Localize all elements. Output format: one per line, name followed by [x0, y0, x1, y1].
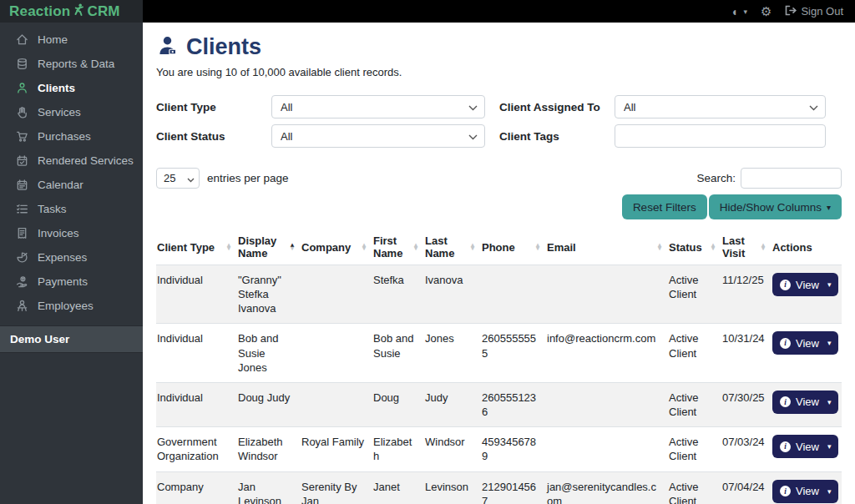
view-button[interactable]: iView▾ — [772, 435, 838, 458]
cell-last-name: Judy — [424, 382, 481, 426]
column-label: Actions — [772, 241, 812, 254]
sidebar-item-purchases[interactable]: Purchases — [0, 124, 143, 149]
sidebar-item-employees[interactable]: Employees — [0, 294, 143, 318]
sidebar-item-home[interactable]: Home — [0, 28, 143, 52]
app-logo[interactable]: Reaction CRM — [0, 0, 143, 23]
sidebar-item-label: Expenses — [38, 251, 87, 264]
table-row: Government OrganizationElizabeth Windsor… — [156, 427, 842, 471]
cell-client-type: Government Organization — [156, 427, 237, 471]
cell-last-visit: 11/12/25 — [721, 265, 772, 324]
sidebar-item-calendar[interactable]: Calendar — [0, 173, 143, 197]
column-label: Last Name — [425, 234, 468, 260]
cell-client-type: Individual — [156, 324, 237, 382]
cell-actions: iView▾ — [772, 324, 842, 382]
sort-arrows-icon[interactable]: ▴▾ — [471, 244, 474, 250]
list-controls: 25 entries per page Search: — [156, 168, 842, 189]
column-header-last-name[interactable]: Last Name▴▾ — [424, 229, 481, 265]
cell-status: Active Client — [668, 471, 721, 504]
client-status-select[interactable]: All — [271, 124, 485, 148]
view-button-label: View — [796, 279, 819, 291]
client-type-select[interactable]: All — [271, 95, 485, 118]
sidebar-nav: HomeReports & DataClientsServicesPurchas… — [0, 28, 143, 318]
sign-out-icon — [785, 5, 797, 18]
expenses-icon — [15, 251, 28, 264]
sidebar-item-invoices[interactable]: Invoices — [0, 221, 143, 245]
rendered-services-icon — [15, 154, 28, 167]
cell-display-name: Bob and Susie Jones — [237, 324, 301, 382]
reset-filters-button[interactable]: Reset Filters — [622, 194, 707, 219]
column-header-email[interactable]: Email▴▾ — [546, 229, 668, 265]
column-header-client-type[interactable]: Client Type▴▾ — [156, 229, 237, 265]
cell-email — [546, 427, 668, 471]
sort-arrows-icon[interactable]: ▴▾ — [291, 244, 294, 250]
cell-actions: iView▾ — [772, 471, 842, 504]
sidebar-item-reports-data[interactable]: Reports & Data — [0, 52, 143, 76]
cell-status: Active Client — [668, 265, 721, 324]
hide-show-columns-button[interactable]: Hide/Show Columns ▾ — [709, 194, 842, 219]
sort-arrows-icon[interactable]: ▴▾ — [658, 244, 661, 250]
runner-icon — [71, 3, 86, 20]
view-button[interactable]: iView▾ — [772, 273, 838, 296]
cell-last-name: Ivanova — [424, 265, 481, 324]
sort-arrows-icon[interactable]: ▴▾ — [711, 244, 715, 250]
view-dropdown-caret-icon[interactable]: ▾ — [827, 442, 832, 451]
client-status-control-wrap: All — [271, 124, 485, 148]
cell-company: Serenity By Jan — [301, 471, 372, 504]
view-button[interactable]: iView▾ — [772, 480, 838, 503]
column-header-last-visit[interactable]: Last Visit▴▾ — [721, 229, 772, 265]
table-row: Individual"Granny" Stefka IvanovaStefkaI… — [156, 265, 842, 324]
calendar-icon — [15, 179, 28, 191]
page-size-select[interactable]: 25 — [156, 168, 200, 189]
sidebar-item-label: Invoices — [38, 227, 79, 239]
sidebar-item-tasks[interactable]: Tasks — [0, 197, 143, 221]
client-tags-label: Client Tags — [499, 130, 615, 143]
cell-phone: 2129014567 — [481, 471, 546, 504]
view-button[interactable]: iView▾ — [772, 331, 838, 355]
column-header-status[interactable]: Status▴▾ — [668, 229, 721, 265]
sort-arrows-icon[interactable]: ▴▾ — [414, 244, 417, 250]
cell-first-name: Stefka — [372, 265, 424, 324]
cell-company — [301, 382, 372, 426]
payments-icon — [15, 275, 28, 288]
topbar-controls: ◐ ▾ ⚙ Sign Out — [732, 5, 855, 18]
client-assigned-to-select[interactable]: All — [615, 95, 826, 118]
view-dropdown-caret-icon[interactable]: ▾ — [827, 398, 832, 406]
sort-arrows-icon[interactable]: ▴▾ — [761, 244, 765, 250]
sidebar-item-payments[interactable]: Payments — [0, 270, 143, 294]
sidebar-item-services[interactable]: Services — [0, 100, 143, 124]
table-buttons-row: Reset Filters Hide/Show Columns ▾ — [156, 194, 842, 219]
sort-arrows-icon[interactable]: ▴▾ — [362, 244, 366, 250]
column-header-company[interactable]: Company▴▾ — [301, 229, 372, 265]
cell-client-type: Individual — [156, 382, 237, 426]
client-tags-input[interactable] — [615, 124, 826, 148]
sign-out-button[interactable]: Sign Out — [785, 5, 843, 18]
view-dropdown-caret-icon[interactable]: ▾ — [827, 339, 832, 347]
view-dropdown-caret-icon[interactable]: ▾ — [827, 487, 832, 496]
info-icon: i — [780, 338, 791, 349]
sidebar-item-expenses[interactable]: Expenses — [0, 245, 143, 270]
sidebar-user-label[interactable]: Demo User — [0, 325, 143, 353]
theme-toggle[interactable]: ◐ ▾ — [732, 6, 747, 18]
cell-company: Royal Family — [301, 427, 372, 471]
clients-icon — [156, 34, 179, 60]
table-row: IndividualDoug JudyDougJudy2605551236Act… — [156, 382, 842, 426]
cell-display-name: Doug Judy — [237, 382, 301, 426]
sort-arrows-icon[interactable]: ▴▾ — [227, 244, 230, 250]
search-input[interactable] — [741, 168, 842, 189]
cell-phone: 2605551236 — [481, 382, 546, 426]
sidebar-item-clients[interactable]: Clients — [0, 76, 143, 100]
table-row: CompanyJan LevinsonSerenity By JanJanetL… — [156, 471, 842, 504]
column-header-first-name[interactable]: First Name▴▾ — [372, 229, 424, 265]
cell-email — [546, 382, 668, 426]
settings-button[interactable]: ⚙ — [761, 5, 772, 18]
info-icon: i — [780, 280, 791, 290]
view-button[interactable]: iView▾ — [772, 391, 838, 414]
sidebar-item-label: Purchases — [38, 130, 91, 143]
view-dropdown-caret-icon[interactable]: ▾ — [827, 280, 832, 289]
column-header-display-name[interactable]: Display Name▴▾ — [237, 229, 301, 265]
sidebar-item-rendered-services[interactable]: Rendered Services — [0, 149, 143, 173]
cell-email: jan@serenitycandles.com — [546, 471, 668, 504]
sort-arrows-icon[interactable]: ▴▾ — [536, 244, 539, 250]
clients-table: Client Type▴▾Display Name▴▾Company▴▾Firs… — [156, 229, 842, 504]
column-header-phone[interactable]: Phone▴▾ — [481, 229, 546, 265]
